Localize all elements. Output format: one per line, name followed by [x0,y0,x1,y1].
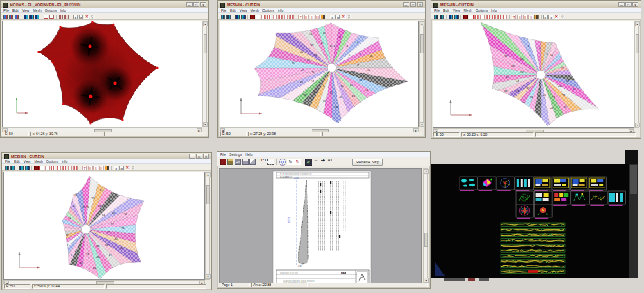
svg-text:27: 27 [301,68,305,71]
svg-text:14: 14 [73,204,76,208]
svg-text:11: 11 [558,47,562,51]
svg-text:13: 13 [60,196,64,199]
svg-text:21: 21 [100,188,103,192]
svg-text:3: 3 [349,28,351,32]
svg-text:32: 32 [310,44,314,47]
svg-text:3: 3 [60,257,62,260]
svg-text:38: 38 [520,57,524,61]
svg-text:13: 13 [562,57,565,61]
svg-text:26: 26 [312,71,315,74]
svg-text:25: 25 [300,80,303,84]
svg-text:26: 26 [538,103,542,106]
svg-text:31: 31 [120,247,124,250]
svg-text:19: 19 [86,206,89,209]
svg-text:12: 12 [62,207,66,211]
svg-text:36: 36 [511,64,515,68]
svg-text:10: 10 [367,68,370,71]
svg-text:29: 29 [307,58,310,62]
svg-text:15: 15 [561,66,564,70]
svg-text:20: 20 [323,99,326,103]
svg-text:31: 31 [314,53,318,57]
svg-text:26: 26 [124,213,127,216]
svg-text:34: 34 [321,42,324,45]
svg-text:19: 19 [573,87,576,91]
svg-text:16: 16 [571,69,575,73]
svg-text:25: 25 [543,93,546,96]
svg-text:21: 21 [562,94,566,97]
svg-text:2418: 2418 [294,177,299,179]
svg-text:37: 37 [504,55,508,58]
svg-text:9: 9 [61,222,63,226]
svg-text:31: 31 [516,89,519,93]
svg-text:E44: E44 [341,272,346,274]
svg-text:22: 22 [314,90,318,94]
svg-text:20: 20 [91,197,95,200]
svg-text:24: 24 [550,106,553,109]
svg-text:23: 23 [552,96,555,99]
svg-text:29: 29 [107,230,110,233]
svg-text:438: 438 [298,265,302,268]
svg-text:7: 7 [56,232,58,236]
svg-text:22: 22 [98,204,102,208]
svg-text:30: 30 [114,237,118,240]
svg-text:36: 36 [330,44,333,48]
svg-text:32: 32 [105,243,109,247]
svg-text:10: 10 [53,215,56,218]
svg-text:34: 34 [96,245,100,248]
svg-text:28: 28 [292,62,295,65]
svg-text:10: 10 [550,53,553,57]
svg-text:19: 19 [330,91,333,94]
svg-text:13: 13 [365,88,368,91]
svg-text:#### ## ## # ### ###: #### ## ## # ### ### [280,272,298,274]
svg-text:12: 12 [569,44,573,47]
svg-text:25: 25 [112,211,116,215]
svg-text:20: 20 [558,84,562,87]
svg-text:4: 4 [530,33,533,37]
svg-text:24: 24 [311,80,314,83]
svg-text:15: 15 [352,94,355,98]
svg-text:16: 16 [341,84,344,87]
svg-text:35: 35 [520,70,524,73]
svg-text:34: 34 [506,75,509,78]
svg-text:35: 35 [96,255,100,258]
svg-text:22: 22 [564,105,567,109]
svg-text:######## ######## ###### ####: ######## ######## ###### ######## [283,280,315,283]
svg-text:24: 24 [102,213,105,217]
svg-text:18: 18 [566,79,569,82]
svg-text:30: 30 [300,50,303,53]
svg-text:37: 37 [86,252,89,256]
svg-text:14: 14 [350,83,353,87]
svg-text:16: 16 [82,206,86,209]
svg-text:28: 28 [121,227,125,230]
svg-text:32: 32 [504,89,508,93]
svg-text:17771: 17771 [288,217,291,223]
svg-text:30: 30 [526,87,530,90]
svg-text:27: 27 [530,111,534,114]
svg-text:21: 21 [323,84,326,87]
svg-text:33: 33 [516,79,519,82]
svg-text:17: 17 [581,76,584,79]
svg-text:12: 12 [359,78,363,82]
svg-text:6: 6 [544,37,546,40]
svg-text:35: 35 [323,31,326,35]
svg-text:33: 33 [109,254,112,257]
svg-text:33: 33 [309,32,312,35]
svg-text:8: 8 [46,227,48,230]
svg-text:1 40 22.88 #: 1 40 22.88 ## [280,176,293,179]
svg-text:23: 23 [303,94,307,97]
svg-text:27: 27 [111,222,114,226]
svg-text:14: 14 [573,57,576,60]
svg-text:17: 17 [339,95,343,98]
svg-text:23: 23 [109,199,112,203]
svg-text:28: 28 [530,96,533,99]
svg-text:38: 38 [80,261,83,265]
svg-text:5: 5 [55,245,57,248]
svg-text:36: 36 [93,266,96,269]
svg-text:18: 18 [335,105,339,109]
